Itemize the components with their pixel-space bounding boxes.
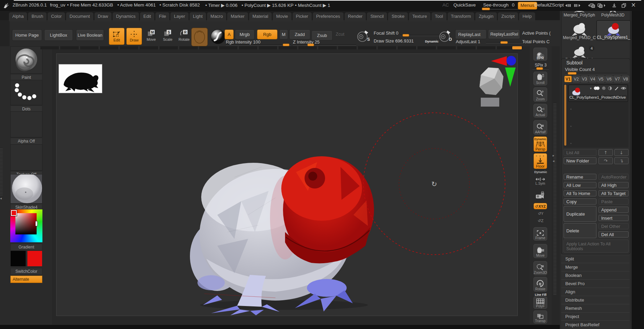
spix-handle[interactable] — [536, 67, 543, 70]
polyframe-button[interactable]: PolyF — [533, 296, 547, 309]
edit-mode-button[interactable]: Edit — [109, 28, 125, 45]
list-all-button[interactable]: List All — [564, 149, 596, 156]
transparency-button[interactable]: Transp — [533, 310, 547, 324]
menu-tab-dynamics[interactable]: Dynamics — [113, 12, 139, 21]
subtool-tab-v6[interactable]: V6 — [605, 76, 613, 82]
rgb-intensity-handle[interactable] — [283, 44, 289, 46]
shelf-divider-bar[interactable] — [40, 46, 523, 49]
section-remesh[interactable]: Remesh — [561, 304, 630, 312]
actual-button[interactable]: x1 Actual — [533, 104, 547, 118]
aahalf-button[interactable]: AAHalf — [533, 120, 547, 135]
stroke-picker[interactable]: Dots — [10, 80, 42, 112]
delete-button[interactable]: Delete — [564, 223, 596, 238]
adjust-last-handle[interactable] — [500, 41, 508, 44]
scroll-button[interactable]: Scroll — [533, 72, 547, 85]
persp-button[interactable]: Dynamic Persp — [533, 136, 547, 152]
folder-branch-button[interactable]: ↴ — [614, 157, 629, 164]
stroke-curve-icon[interactable]: S — [356, 28, 371, 44]
menu-tab-light[interactable]: Light — [190, 12, 206, 21]
shaded-sphere-icon[interactable] — [602, 86, 606, 90]
brush-edit-icon[interactable] — [614, 86, 619, 90]
rename-button[interactable]: Rename — [564, 174, 596, 180]
right-tray-collapse-icon[interactable]: ◂ — [553, 159, 554, 163]
rotate3d-button[interactable]: Rotate — [533, 277, 547, 292]
menu-tab-movie[interactable]: Movie — [273, 12, 292, 21]
duplicate-button[interactable]: Duplicate — [564, 206, 596, 222]
section-project[interactable]: Project — [561, 312, 630, 320]
section-align[interactable]: Align — [561, 288, 630, 296]
color-sv-square[interactable] — [15, 213, 37, 234]
see-through-track[interactable] — [482, 9, 519, 10]
section-bevel-pro[interactable]: Bevel Pro — [561, 279, 630, 288]
menu-tab-draw[interactable]: Draw — [94, 12, 112, 21]
switch-color-button[interactable]: SwitchColor — [10, 268, 42, 275]
subtool-list-scrollbar[interactable] — [564, 85, 566, 146]
menu-tab-zplugin[interactable]: Zplugin — [475, 12, 497, 21]
menu-tab-preferences[interactable]: Preferences — [313, 12, 344, 21]
all-to-target-button[interactable]: All To Target — [598, 190, 629, 196]
a-toggle[interactable]: A — [224, 29, 234, 39]
right-tray-expand-icon[interactable]: ▸ — [553, 154, 554, 157]
subtool-tab-v4[interactable]: V4 — [589, 76, 596, 82]
left-tray-scrollbar[interactable] — [0, 147, 3, 195]
spix-slider-label[interactable]: SPix 3 — [531, 63, 550, 68]
section-split[interactable]: Split — [561, 255, 630, 263]
left-tray-collapse-icon[interactable]: ◂ — [0, 196, 2, 200]
main-color-swatch[interactable] — [10, 251, 26, 267]
zsub-toggle[interactable]: Zsub — [311, 31, 333, 40]
zadd-toggle[interactable]: Zadd — [289, 29, 310, 39]
draw-mode-button[interactable]: Draw — [126, 28, 142, 45]
replay-last-rel-button[interactable]: ReplayLastRel — [488, 29, 520, 39]
subtool-title[interactable]: Subtool — [566, 60, 582, 65]
rgb-intensity-track[interactable] — [226, 45, 291, 46]
menu-tab-texture[interactable]: Texture — [409, 12, 430, 21]
color-picker[interactable]: Gradient — [10, 209, 42, 251]
z-intensity-handle[interactable] — [307, 44, 314, 46]
subtool-tab-v3[interactable]: V3 — [581, 76, 588, 82]
gradient-button[interactable]: Gradient — [10, 244, 42, 251]
half-sphere-icon[interactable] — [608, 86, 612, 90]
subtool-down-button[interactable]: ↓ — [614, 149, 629, 156]
subtool-tab-v7[interactable]: V7 — [614, 76, 621, 82]
secondary-color-swatch[interactable] — [27, 251, 42, 267]
menu-tab-stencil[interactable]: Stencil — [367, 12, 387, 21]
subtool-tab-v8[interactable]: V8 — [622, 76, 629, 82]
menu-tab-material[interactable]: Material — [249, 12, 272, 21]
draw-size-slider-label[interactable]: Draw Size — [374, 38, 394, 44]
insert-button[interactable]: Insert — [598, 215, 629, 221]
all-to-home-button[interactable]: All To Home — [564, 190, 596, 196]
adjust-last-slider-label[interactable]: AdjustLast — [456, 39, 477, 44]
del-other-button[interactable]: Del Other — [598, 223, 629, 229]
rgb-intensity-slider-label[interactable]: Rgb Intensity — [226, 39, 252, 45]
menu-tab-document[interactable]: Document — [66, 12, 93, 21]
rotate-mode-button[interactable]: R Rotate — [177, 29, 192, 41]
subtool-tab-v5[interactable]: V5 — [597, 76, 605, 82]
current-brush-thumbnail[interactable] — [191, 28, 208, 46]
menu-tab-marker[interactable]: Marker — [227, 12, 248, 21]
focal-shift-track[interactable] — [400, 35, 444, 36]
shelf-divider-handle[interactable] — [512, 46, 522, 49]
floor-button[interactable]: x y z Floor — [533, 153, 547, 169]
texture-picker[interactable]: Texture Off — [10, 144, 42, 178]
rgb-toggle[interactable]: Rgb — [257, 29, 278, 39]
subtool-item[interactable]: ▾ CL_PolySphere1_ProtectNDrive — [568, 85, 628, 102]
alpha-picker[interactable]: Alpha Off — [10, 111, 42, 145]
lsym-button[interactable]: L.Sym — [533, 174, 547, 186]
move3d-button[interactable]: Move — [533, 244, 547, 258]
visible-count-slider-label[interactable]: Visible Count 4 — [565, 67, 595, 72]
alternate-button[interactable]: Alternate — [10, 276, 42, 283]
menu-tab-transform[interactable]: Transform — [448, 12, 475, 21]
menu-tab-zscript[interactable]: Zscript — [498, 12, 518, 21]
divider-bars-icon[interactable] — [564, 3, 582, 8]
menu-tab-macro[interactable]: Macro — [207, 12, 226, 21]
section-merge[interactable]: Merge — [561, 263, 630, 271]
zoom-button[interactable]: Zoom — [533, 87, 547, 102]
menu-tab-help[interactable]: Help — [519, 12, 535, 21]
focal-shift-slider-label[interactable]: Focal Shift — [374, 31, 395, 36]
replay-last-button[interactable]: ReplayLast — [455, 29, 487, 39]
menu-tab-tool[interactable]: Tool — [432, 12, 447, 21]
subtool-up-button[interactable]: ↑ — [598, 149, 613, 156]
rotate-xyz-button[interactable]: ↺XYZ — [533, 203, 547, 209]
material-picker[interactable]: SkinShade4 — [10, 174, 42, 211]
visible-count-track[interactable] — [565, 73, 627, 74]
